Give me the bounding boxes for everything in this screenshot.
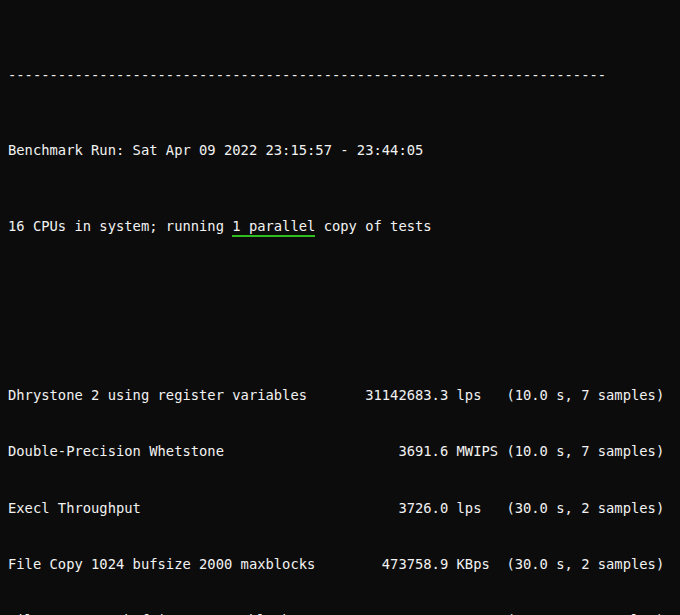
parallel-copies-highlight: 1 parallel: [232, 218, 315, 237]
separator-line: ----------------------------------------…: [8, 66, 606, 85]
result-value: 130457.3: [349, 611, 449, 615]
cpu-count-line: 16 CPUs in system; running 1 parallel co…: [8, 217, 680, 236]
result-row: File Copy 256 bufsize 500 maxblocks 1304…: [8, 611, 680, 615]
result-unit: MWIPS: [457, 442, 499, 461]
result-timing: (30.0 s, 2 samples): [506, 499, 664, 518]
result-unit: lps: [457, 499, 482, 518]
blank-row: [8, 292, 680, 311]
result-value: 3691.6: [349, 442, 449, 461]
result-timing: (10.0 s, 7 samples): [506, 386, 664, 405]
result-label: File Copy 1024 bufsize 2000 maxblocks: [8, 555, 315, 574]
result-timing: (30.0 s, 2 samples): [506, 611, 664, 615]
result-row: Execl Throughput 3726.0 lps (30.0 s, 2 s…: [8, 499, 680, 518]
result-value: 3726.0: [349, 499, 449, 518]
result-label: Dhrystone 2 using register variables: [8, 386, 307, 405]
result-value: 473758.9: [349, 555, 449, 574]
result-timing: (10.0 s, 7 samples): [506, 442, 664, 461]
benchmark-run-line: Benchmark Run: Sat Apr 09 2022 23:15:57 …: [8, 141, 680, 160]
result-unit: lps: [457, 386, 482, 405]
cpu-count-text: 16 CPUs in system; running: [8, 218, 232, 234]
result-label: File Copy 256 bufsize 500 maxblocks: [8, 611, 299, 615]
result-row: File Copy 1024 bufsize 2000 maxblocks 47…: [8, 555, 680, 574]
result-unit: KBps: [457, 611, 490, 615]
result-row: Dhrystone 2 using register variables 311…: [8, 386, 680, 405]
result-value: 31142683.3: [349, 386, 449, 405]
top-separator-row: ----------------------------------------…: [8, 66, 680, 85]
result-label: Double-Precision Whetstone: [8, 442, 224, 461]
result-label: Execl Throughput: [8, 499, 141, 518]
result-unit: KBps: [457, 555, 490, 574]
result-timing: (30.0 s, 2 samples): [506, 555, 664, 574]
result-row: Double-Precision Whetstone 3691.6 MWIPS …: [8, 442, 680, 461]
benchmark-run-text: Benchmark Run: Sat Apr 09 2022 23:15:57 …: [8, 141, 423, 160]
cpu-count-text-suffix: copy of tests: [315, 218, 431, 234]
terminal-window: ----------------------------------------…: [0, 0, 680, 615]
